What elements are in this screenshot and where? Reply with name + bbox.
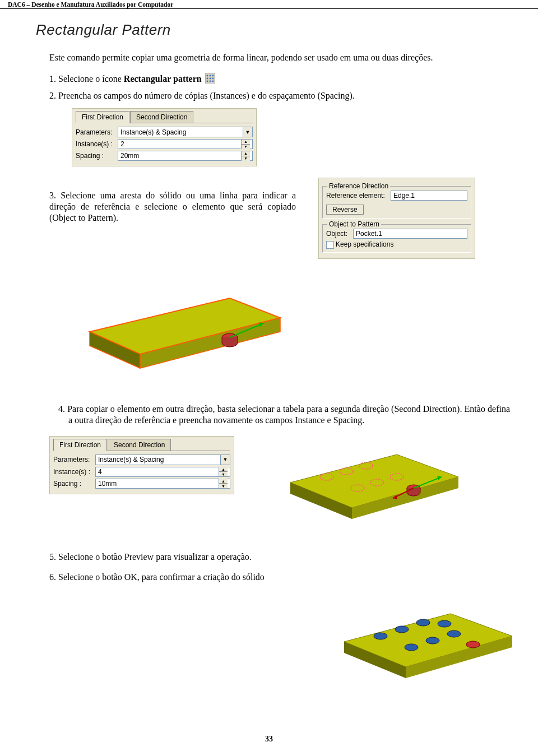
page-header: DAC6 – Desenho e Manufatura Auxiliados p… (0, 0, 538, 9)
step-6: 6. Selecione o botão OK, para confirmar … (49, 572, 510, 583)
spacing-label: Spacing : (76, 152, 118, 160)
parameters-value-2: Instance(s) & Spacing (98, 456, 164, 463)
svg-point-37 (405, 644, 418, 651)
solid-illustration-2 (273, 429, 475, 536)
step-1-text: 1. Selecione o ícone (49, 74, 124, 84)
svg-point-40 (466, 641, 480, 648)
reference-element-value: Edge.1 (393, 192, 415, 200)
reference-direction-group: Reference Direction Reference element: E… (322, 186, 471, 219)
spacing-value: 20mm (120, 152, 139, 160)
dialog-reference-direction: Reference Direction Reference element: E… (318, 178, 475, 259)
spacing-field[interactable]: 20mm ▲▼ (118, 151, 253, 161)
spinner-control[interactable]: ▲▼ (241, 151, 250, 161)
dropdown-arrow-icon[interactable]: ▼ (243, 127, 252, 137)
tab-first-direction[interactable]: First Direction (76, 111, 129, 123)
reference-element-label: Reference element: (326, 192, 391, 200)
spinner-control[interactable]: ▲▼ (241, 140, 250, 149)
parameters-label-2: Parameters: (53, 456, 95, 463)
step-1: 1. Selecione o ícone Rectangular pattern (49, 73, 510, 85)
svg-point-1 (206, 75, 208, 77)
keep-spec-label: Keep specifications (336, 240, 393, 248)
solid-illustration-1 (67, 265, 510, 388)
spinner-control-2[interactable]: ▲▼ (219, 467, 228, 476)
step-1-bold: Rectangular pattern (124, 74, 202, 84)
intro-paragraph: Este comando permite copiar uma geometri… (49, 52, 510, 63)
object-field[interactable]: Pocket.1 (353, 229, 467, 239)
svg-point-39 (447, 630, 461, 637)
svg-point-4 (206, 78, 208, 80)
keep-spec-check-row: Keep specifications (326, 240, 467, 249)
tab-first-direction-2[interactable]: First Direction (53, 439, 107, 451)
object-label: Object: (326, 230, 353, 238)
step-2: 2. Preencha os campos do número de cópia… (49, 90, 510, 101)
object-value: Pocket.1 (356, 230, 382, 238)
svg-point-35 (416, 619, 430, 626)
object-to-pattern-group: Object to Pattern Object: Pocket.1 Keep … (322, 224, 471, 253)
reference-direction-legend: Reference Direction (327, 182, 390, 190)
svg-point-6 (212, 78, 214, 80)
instance-value: 2 (120, 140, 124, 148)
dropdown-arrow-icon-2[interactable]: ▼ (220, 455, 230, 465)
svg-point-34 (395, 626, 409, 633)
parameters-combo[interactable]: Instance(s) & Spacing ▼ (118, 127, 253, 137)
dialog-second: First Direction Second Direction Paramet… (49, 436, 234, 494)
svg-point-38 (426, 637, 439, 644)
reference-element-field[interactable]: Edge.1 (391, 191, 467, 201)
tab-second-direction[interactable]: Second Direction (130, 111, 193, 123)
tab-row: First Direction Second Direction (76, 111, 253, 123)
page-number: 33 (0, 735, 538, 744)
instance-field[interactable]: 2 ▲▼ (118, 139, 253, 149)
spacing-label-2: Spacing : (53, 480, 95, 488)
instance-field-2[interactable]: 4 ▲▼ (95, 467, 230, 477)
svg-point-8 (209, 81, 211, 82)
solid-illustration-3 (327, 588, 510, 695)
svg-point-2 (209, 75, 211, 77)
dialog-first-direction: First Direction Second Direction Paramet… (72, 108, 257, 166)
section-title: Rectangular Pattern (36, 21, 510, 39)
keep-spec-checkbox[interactable] (326, 241, 334, 249)
instance-label-2: Instance(s) : (53, 468, 95, 476)
svg-point-9 (212, 81, 214, 82)
svg-point-7 (206, 81, 208, 82)
instance-value-2: 4 (98, 468, 102, 476)
parameters-label: Parameters: (76, 128, 118, 136)
tab-second-direction-2[interactable]: Second Direction (108, 439, 171, 451)
tab-row-2: First Direction Second Direction (53, 439, 230, 451)
step-5: 5. Selecione o botão Preview para visual… (49, 551, 510, 563)
instance-label: Instance(s) : (76, 140, 118, 148)
spacing-value-2: 10mm (98, 480, 117, 488)
svg-point-5 (209, 78, 211, 80)
svg-point-36 (438, 620, 451, 627)
spacing-field-2[interactable]: 10mm ▲▼ (95, 479, 230, 489)
step-4: 4. Para copiar o elemento em outra direç… (58, 403, 510, 426)
parameters-combo-2[interactable]: Instance(s) & Spacing ▼ (95, 454, 230, 465)
step-3: 3. Selecione uma aresta do sólido ou uma… (49, 190, 296, 224)
spinner-control-2b[interactable]: ▲▼ (219, 479, 228, 488)
svg-point-33 (374, 633, 387, 639)
svg-point-3 (212, 75, 214, 77)
parameters-value: Instance(s) & Spacing (120, 128, 186, 136)
rectangular-pattern-icon (205, 73, 215, 84)
object-to-pattern-legend: Object to Pattern (327, 220, 381, 228)
reverse-button[interactable]: Reverse (326, 205, 364, 215)
